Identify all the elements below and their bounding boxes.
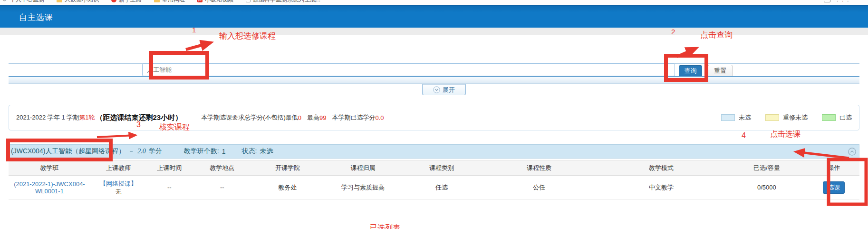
folder-icon bbox=[57, 0, 62, 2]
max-credits-label: 最高 bbox=[307, 113, 319, 122]
class-table: 教学班 上课教师 上课时间 教学地点 开课学院 课程归属 课程类别 课程性质 教… bbox=[9, 160, 859, 199]
expand-label: 展开 bbox=[443, 86, 455, 94]
reset-button[interactable]: 重置 bbox=[708, 65, 733, 77]
more-dots-icon[interactable]: ⋮⋮⋮ bbox=[835, 0, 851, 2]
legend-unselected: 未选 bbox=[721, 113, 751, 122]
selection-round: 第1轮 bbox=[79, 113, 95, 122]
bookmark-label: 小破站视频 bbox=[205, 0, 233, 4]
class-count-label: 教学班个数: bbox=[184, 147, 219, 156]
course-search-input[interactable] bbox=[142, 63, 675, 76]
folder-icon bbox=[154, 0, 160, 2]
col-header-mode: 教学模式 bbox=[598, 161, 725, 176]
bookmark-label: 数据科学监测系统列生成... bbox=[253, 0, 320, 4]
class-college: 教务处 bbox=[252, 176, 323, 199]
col-header-category: 课程类别 bbox=[403, 161, 481, 176]
col-header-belonging: 课程归属 bbox=[323, 161, 402, 176]
col-header-class: 教学班 bbox=[9, 161, 90, 176]
class-time: -- bbox=[146, 176, 193, 199]
annotation-arrow-2 bbox=[677, 49, 695, 57]
col-header-teacher: 上课教师 bbox=[90, 161, 146, 176]
teacher-name: 无 bbox=[90, 188, 146, 196]
selected-swatch bbox=[822, 114, 836, 121]
expand-toggle[interactable]: 展开 bbox=[422, 84, 466, 95]
subheader-strip bbox=[0, 28, 868, 35]
query-button[interactable]: 查询 bbox=[679, 65, 702, 77]
course-dash: － bbox=[128, 147, 135, 156]
annotation-arrow-3 bbox=[97, 135, 135, 137]
chevron-down-circle-icon bbox=[433, 86, 440, 93]
selected-credits-value: 0.0 bbox=[376, 114, 384, 121]
legend-label: 重修未选 bbox=[783, 113, 808, 122]
sync-icon: ↻ bbox=[2, 0, 8, 2]
col-header-nature: 课程性质 bbox=[481, 161, 597, 176]
capacity-value: 0/5000 bbox=[725, 176, 808, 199]
retake-swatch bbox=[765, 114, 779, 121]
course-nature: 公任 bbox=[481, 176, 597, 199]
course-title: (JWCX004)人工智能（超星网络课程） bbox=[11, 147, 125, 156]
page-icon bbox=[246, 0, 251, 2]
col-header-college: 开课学院 bbox=[252, 161, 323, 176]
bookmark-item[interactable]: 大数据小知识 bbox=[57, 0, 99, 4]
class-id-link[interactable]: (2021-2022-1)-JWCX004-WL0001-1 bbox=[14, 180, 85, 195]
collapse-course-icon[interactable] bbox=[848, 148, 856, 157]
annotation-text-4: 点击选课 bbox=[770, 129, 800, 139]
device-icon[interactable] bbox=[824, 0, 830, 2]
course-band[interactable]: (JWCX004)人工智能（超星网络课程） － 2.0 学分 教学班个数: 1 … bbox=[9, 144, 859, 159]
browser-bookmarks-bar: ↻个人中心监测 大数据小知识 新手上路 常用网址 口小破站视频 数据科学监测系统… bbox=[0, 0, 868, 5]
min-credits-value: 0 bbox=[298, 114, 301, 121]
class-place: -- bbox=[193, 176, 252, 199]
teacher-tag: 【网络授课】 bbox=[90, 179, 146, 188]
course-status-value: 未选 bbox=[260, 147, 273, 156]
course-belonging: 学习与素质提高 bbox=[323, 176, 402, 199]
red-dot-icon bbox=[111, 0, 116, 2]
semester-info-panel: 2021-2022 学年 1 学期 第1轮 （距选课结束还剩23小时） 本学期选… bbox=[9, 105, 859, 130]
table-row: (2021-2022-1)-JWCX004-WL0001-1 【网络授课】 无 … bbox=[9, 176, 859, 199]
credit-requirement-prefix: 本学期选课要求总学分(不包括)最低 bbox=[201, 113, 298, 122]
annotation-arrow-1 bbox=[186, 43, 210, 50]
unselected-swatch bbox=[721, 114, 735, 121]
annotation-bottom-note: 已选列表 bbox=[370, 223, 400, 229]
table-header-row: 教学班 上课教师 上课时间 教学地点 开课学院 课程归属 课程类别 课程性质 教… bbox=[9, 161, 859, 176]
status-legend: 未选 重修未选 已选 bbox=[707, 113, 852, 122]
bookmark-label: 个人中心监测 bbox=[10, 0, 44, 4]
video-site-icon: 口 bbox=[197, 0, 203, 2]
col-header-place: 教学地点 bbox=[193, 161, 252, 176]
search-collapse-strip bbox=[9, 76, 859, 84]
legend-label: 未选 bbox=[739, 113, 751, 122]
bookmark-label: 大数据小知识 bbox=[65, 0, 99, 4]
bookmark-item[interactable]: 常用网址 bbox=[154, 0, 185, 4]
bookmark-label: 常用网址 bbox=[162, 0, 185, 4]
page-title: 自主选课 bbox=[19, 12, 53, 23]
max-credits-value: 99 bbox=[319, 114, 326, 121]
legend-retake-unselected: 重修未选 bbox=[765, 113, 808, 122]
course-credits-suffix: 学分 bbox=[149, 147, 162, 156]
course-selection-page: ↻个人中心监测 大数据小知识 新手上路 常用网址 口小破站视频 数据科学监测系统… bbox=[0, 0, 868, 229]
course-category: 任选 bbox=[403, 176, 481, 199]
col-header-capacity: 已选/容量 bbox=[725, 161, 808, 176]
legend-label: 已选 bbox=[839, 113, 852, 122]
countdown-text: （距选课结束还剩23小时） bbox=[96, 113, 182, 122]
col-header-time: 上课时间 bbox=[146, 161, 193, 176]
legend-selected: 已选 bbox=[822, 113, 852, 122]
app-header: 自主选课 bbox=[0, 5, 868, 28]
teaching-mode: 中文教学 bbox=[598, 176, 725, 199]
annotation-number-4: 4 bbox=[742, 131, 746, 140]
select-course-button[interactable]: 选课 bbox=[823, 181, 845, 194]
bookmark-item[interactable]: 数据科学监测系统列生成... bbox=[246, 0, 320, 4]
selected-credits-label: 本学期已选学分 bbox=[332, 113, 376, 122]
class-count-value: 1 bbox=[222, 148, 226, 155]
semester-term: 2021-2022 学年 1 学期 bbox=[16, 113, 79, 122]
bookmark-label: 新手上路 bbox=[119, 0, 142, 4]
bookmark-item[interactable]: ↻个人中心监测 bbox=[2, 0, 44, 4]
col-header-action: 操作 bbox=[809, 161, 859, 176]
bookmark-item[interactable]: 新手上路 bbox=[111, 0, 142, 4]
course-status-label: 状态: bbox=[242, 147, 257, 156]
bookmark-item[interactable]: 口小破站视频 bbox=[197, 0, 233, 4]
course-credits: 2.0 bbox=[137, 148, 146, 155]
